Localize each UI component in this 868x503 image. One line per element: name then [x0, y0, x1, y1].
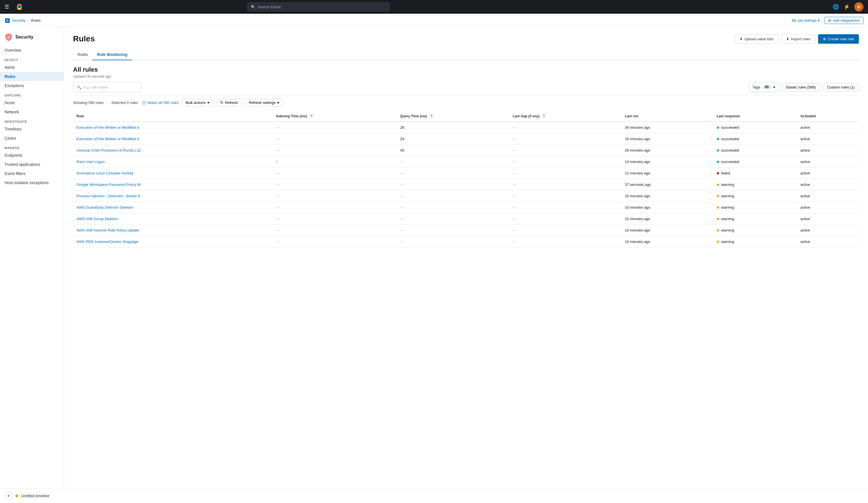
indexing-time-cell: — — [272, 225, 396, 236]
tags-filter-button[interactable]: Tags 45 ▾ — [749, 82, 779, 92]
last-run-cell: 10 minutes ago — [621, 191, 713, 202]
rule-link[interactable]: Google Workspace Password Policy M: — [76, 182, 141, 187]
upload-icon: ⬇ — [740, 37, 743, 41]
rule-link[interactable]: Unusual Child Processes of RunDLL32 — [76, 148, 141, 152]
import-rules-button[interactable]: ⬇ Import rules — [781, 34, 816, 44]
rules-table: Rule Indexing Time (ms) ? Query Time (ms… — [73, 111, 859, 247]
sidebar-section-explore: Explore — [0, 90, 64, 98]
search-icon: 🔍 — [77, 85, 81, 89]
sidebar-section-detect: Detect — [0, 55, 64, 63]
table-row: AWS RDS Instance/Cluster Stoppage — — — … — [73, 236, 859, 247]
sidebar-item-rules[interactable]: Rules — [0, 72, 64, 81]
sidebar-item-host-isolation[interactable]: Host isolation exceptions — [0, 178, 64, 187]
refresh-button[interactable]: ↻ Refresh — [217, 99, 242, 106]
query-time-cell: — — [396, 225, 509, 236]
rule-link[interactable]: Execution of File Written or Modified b: — [76, 137, 140, 141]
sidebar-item-timelines[interactable]: Timelines — [0, 124, 64, 134]
activated-cell: active — [797, 156, 859, 167]
last-response-cell: warning — [713, 213, 797, 225]
rule-search-input[interactable]: 🔍 e.g. rule name — [73, 82, 142, 92]
response-status-dot — [717, 184, 719, 186]
rule-link[interactable]: Execution of File Written or Modified b: — [76, 125, 140, 130]
indexing-time-help-icon[interactable]: ? — [309, 114, 314, 119]
col-last-response: Last response — [713, 111, 797, 122]
rule-name-cell: Rare User Logon — [73, 156, 272, 167]
global-search-bar[interactable]: 🔍 Search Elastic — [247, 2, 390, 11]
sidebar-section-manage: Manage — [0, 143, 64, 151]
col-last-run: Last run — [621, 111, 713, 122]
sidebar-item-exceptions[interactable]: Exceptions — [0, 81, 64, 90]
breadcrumb-rules[interactable]: Rules — [31, 18, 41, 22]
last-run-cell: 10 minutes ago — [621, 225, 713, 236]
bulk-actions-button[interactable]: Bulk actions ▾ — [182, 99, 213, 106]
ml-job-settings-button[interactable]: ML job settings ▾ — [792, 18, 820, 22]
tags-chevron-icon: ▾ — [773, 85, 775, 89]
refresh-settings-button[interactable]: Refresh settings ▾ — [245, 99, 283, 106]
table-row: Execution of File Written or Modified b:… — [73, 133, 859, 145]
sidebar-item-event-filters[interactable]: Event filters — [0, 169, 64, 178]
last-response-cell: succeeded — [713, 133, 797, 145]
tab-rule-monitoring[interactable]: Rule Monitoring — [92, 49, 132, 60]
user-avatar[interactable]: D — [854, 2, 864, 11]
separator: | — [107, 101, 108, 105]
upload-value-lists-button[interactable]: ⬇ Upload value lists — [735, 34, 778, 44]
sidebar-item-network[interactable]: Network — [0, 107, 64, 116]
last-gap-help-icon[interactable]: ? — [541, 114, 546, 119]
search-placeholder: Search Elastic — [258, 5, 281, 9]
query-time-help-icon[interactable]: ? — [429, 114, 434, 119]
rule-name-cell: AWS RDS Instance/Cluster Stoppage — [73, 236, 272, 247]
response-status-dot — [717, 229, 719, 232]
sidebar-item-alerts[interactable]: Alerts — [0, 63, 64, 72]
rule-link[interactable]: AWS GuardDuty Detector Deletion — [76, 205, 134, 209]
tab-rules[interactable]: Rules — [73, 49, 92, 60]
rule-name-cell: Execution of File Written or Modified b: — [73, 133, 272, 145]
select-icon: ⬜ — [142, 101, 146, 105]
sidebar-section-investigate: Investigate — [0, 116, 64, 124]
rule-link[interactable]: Rare User Logon — [76, 160, 105, 164]
elastic-logo[interactable] — [15, 2, 24, 11]
help-icon[interactable]: ⚡ — [844, 4, 850, 10]
response-status-dot — [717, 172, 719, 174]
rule-link[interactable]: AWS IAM Group Deletion — [76, 217, 118, 221]
sidebar-item-overview[interactable]: Overview — [0, 46, 64, 55]
select-all-button[interactable]: ⬜ Select all 590 rules — [142, 101, 179, 105]
rule-link[interactable]: Anomalous Linux Compiler Activity — [76, 171, 133, 175]
last-run-cell: 10 minutes ago — [621, 213, 713, 225]
sidebar-item-trusted-apps[interactable]: Trusted applications — [0, 160, 64, 169]
custom-rules-filter-button[interactable]: Custom rules (1) — [823, 83, 859, 91]
response-label: warning — [721, 239, 734, 244]
response-label: warning — [721, 228, 734, 232]
rule-link[interactable]: AWS RDS Instance/Cluster Stoppage — [76, 239, 138, 244]
sidebar-item-cases[interactable]: Cases — [0, 134, 64, 143]
add-timeline-button[interactable]: + — [4, 492, 12, 500]
last-gap-cell: — — [509, 179, 621, 191]
sidebar: Security Overview Detect Alerts Rules Ex… — [0, 28, 64, 503]
last-gap-cell: — — [509, 236, 621, 247]
last-run-cell: 37 seconds ago — [621, 179, 713, 191]
response-label: succeeded — [721, 125, 739, 130]
timeline-title[interactable]: Untitled timeline — [21, 494, 50, 498]
rule-link[interactable]: AWS IAM Assume Role Policy Update — [76, 228, 139, 232]
activated-cell: active — [797, 145, 859, 156]
query-time-cell: — — [396, 167, 509, 179]
col-indexing-time: Indexing Time (ms) ? — [272, 111, 396, 122]
breadcrumb-home[interactable]: D Security — [4, 18, 25, 23]
add-integrations-button[interactable]: ⊞ Add integrations — [824, 17, 864, 24]
page-header: Rules ⬇ Upload value lists ⬇ Import rule… — [73, 34, 859, 44]
last-gap-cell: — — [509, 145, 621, 156]
response-label: warning — [721, 182, 734, 187]
rule-link[interactable]: Process Injection - Detected - Elastic E — [76, 194, 141, 198]
sidebar-item-hosts[interactable]: Hosts — [0, 98, 64, 107]
globe-icon[interactable]: 🌐 — [833, 4, 839, 10]
sidebar-item-endpoints[interactable]: Endpoints — [0, 151, 64, 160]
activated-cell: active — [797, 191, 859, 202]
rules-table-body: Execution of File Written or Modified b:… — [73, 122, 859, 247]
tags-label: Tags — [752, 85, 760, 89]
bulk-chevron-icon: ▾ — [207, 101, 209, 105]
rule-name-cell: AWS GuardDuty Detector Deletion — [73, 202, 272, 213]
hamburger-icon[interactable]: ☰ — [4, 4, 9, 10]
elastic-rules-filter-button[interactable]: Elastic rules (589) — [782, 83, 820, 91]
create-new-rule-button[interactable]: ⊕ Create new rule — [818, 34, 859, 44]
response-status-dot — [717, 161, 719, 163]
response-label: succeeded — [721, 137, 739, 141]
